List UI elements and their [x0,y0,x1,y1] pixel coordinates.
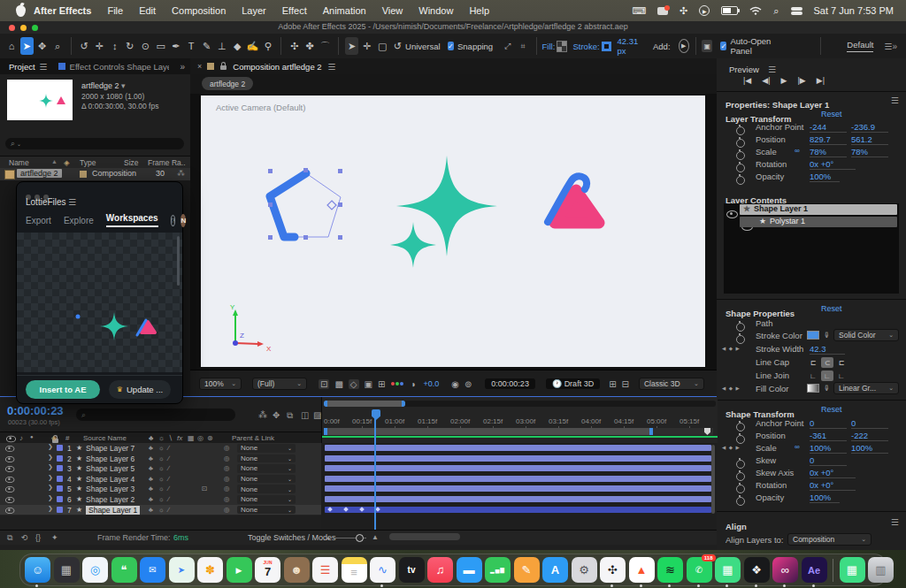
lottie-scrollbar[interactable] [177,236,180,286]
keyframe-diamond[interactable] [359,507,365,512]
comp-tab-title[interactable]: Composition artfledge 2 [233,62,321,72]
work-area-track[interactable] [324,428,713,435]
layer-eye-icon[interactable] [5,466,14,472]
dock-music-icon[interactable]: ♫ [427,557,453,583]
parent-dropdown[interactable]: None⌄ [237,454,296,463]
parent-dropdown[interactable]: None⌄ [237,506,296,515]
project-panel-menu-icon[interactable]: ☰ [40,62,48,72]
rectangle-tool-icon[interactable]: ▭ [154,37,167,55]
workspace-default[interactable]: Default [847,40,873,52]
stroke-color-swatch[interactable] [807,331,819,340]
gizmo-move-icon[interactable]: ✛ [360,37,373,55]
layer-contents-item-shape-layer[interactable]: ★Shape Layer 1 [740,204,897,215]
align-menu-icon[interactable]: ☰ [891,517,899,527]
roto-brush-tool-icon[interactable]: ✍ [246,37,259,55]
home-tool-icon[interactable]: ⌂ [4,37,18,55]
layer-bar[interactable] [325,496,711,502]
comp-canvas[interactable]: Active Camera (Default) [201,95,705,367]
snap-expand-icon[interactable]: ⤢ [501,37,514,55]
fill-swatch[interactable] [557,41,567,52]
dock-freeform-icon[interactable]: ∿ [370,557,395,583]
snapping-checkbox[interactable] [448,42,454,50]
comp-marker[interactable] [704,428,710,435]
screen-record-icon[interactable] [657,7,668,15]
eyedropper-icon[interactable]: ✑ [822,332,831,339]
sparkle-small-shape[interactable] [390,222,436,268]
anchor-point-icon[interactable]: ✤ [303,37,316,55]
tab-effect-controls[interactable]: Effect Controls Shape Layer 1 [70,62,169,72]
draft-3d-toggle[interactable]: 🕐 Draft 3D [546,378,600,389]
motion-blur-column-icon[interactable]: ◎ [197,434,203,442]
type-tool-icon[interactable]: T [185,37,198,55]
snap-frame-icon[interactable]: ⌗ [516,37,529,55]
keyframe-nav[interactable]: ◀ ◆ ▶ [722,346,741,351]
shape-transform-reset[interactable]: Reset [821,405,842,414]
frame-blend-column-icon[interactable]: ▦ [188,434,195,442]
audio-column-icon[interactable]: ♪ [19,434,23,442]
index-column[interactable]: # [65,434,69,442]
dock-apple-tv-icon[interactable]: tv [399,557,425,583]
comp-breadcrumb-chip[interactable]: artfledge 2 [202,77,253,90]
clone-stamp-tool-icon[interactable]: ⊥ [215,37,228,55]
dock-whatsapp-icon[interactable]: ✆118 [687,557,712,583]
dock-launchpad-icon[interactable]: ▦ [54,557,80,583]
show-snapshot-icon[interactable]: ⊚ [465,379,472,389]
menu-file[interactable]: File [107,5,123,16]
project-comp-name[interactable]: artfledge 2 ▾ [81,81,126,90]
dock-photos-icon[interactable]: ✽ [197,557,223,583]
time-ruler[interactable]: 0:00f 00:15f 01:00f 01:15f 02:00f 02:15f… [321,397,718,443]
timeline-timecode[interactable]: 0:00:00:23 [7,404,64,417]
preview-menu-icon[interactable]: ☰ [768,65,776,74]
layer-row-7-selected[interactable]: ❯7★Shape Layer 1♣☼∕◎None⌄ [0,505,321,516]
dock-window-app-2-icon[interactable]: ▦ [840,557,865,583]
layer-bar[interactable] [325,476,711,482]
apple-menu-icon[interactable] [16,5,26,17]
brush-tool-icon[interactable]: ✎ [200,37,213,55]
line-join-miter-button[interactable]: ∟ [807,370,819,381]
line-join-round-button[interactable]: ∟ [821,370,833,381]
playhead-handle[interactable] [372,409,380,420]
lottie-tab-workspaces[interactable]: Workspaces [106,213,158,227]
3d-column-icon[interactable]: ⊛ [207,434,213,442]
keyboard-icon[interactable]: ⌨ [632,5,646,17]
lottie-tab-export[interactable]: Export [26,216,51,225]
gizmo-rotate-icon[interactable]: ↺ [391,37,404,55]
guides-icon[interactable]: ⊞ [378,379,385,389]
dock-app-store-icon[interactable]: A [542,557,568,583]
panel-icon[interactable]: ▣ [702,40,712,52]
fill-color-swatch[interactable] [807,384,819,393]
column-frame-rate[interactable]: Frame Ra.. [148,158,186,167]
timeline-navigator-thumb[interactable] [324,401,405,407]
link-icon[interactable]: ∞ [795,443,800,451]
comp-viewer[interactable]: Active Camera (Default) [190,94,717,370]
align-layers-dropdown[interactable]: Composition⌄ [787,533,871,546]
fx-column-icon[interactable]: fx [177,434,182,442]
keyframe-nav[interactable]: ◀ ◆ ▶ [722,445,741,450]
stopwatch-icon[interactable] [736,435,745,444]
work-area-bar[interactable] [324,428,653,435]
performance-icon[interactable]: ✦ [51,533,58,542]
keyframe-nav[interactable]: ◀ ◆ ▶ [722,386,741,391]
snapshot-camera-icon[interactable]: ◉ [451,379,459,389]
dock-finder-icon[interactable]: ☺ [25,557,50,583]
lottie-menu-icon[interactable]: ☰ [68,197,76,207]
selection-tool-icon[interactable]: ➤ [20,37,34,55]
column-size[interactable]: Size [124,158,139,167]
shy-column-icon[interactable]: ♣ [149,434,153,442]
transparency-grid-icon[interactable]: ▩ [334,379,342,389]
dock-mail-icon[interactable]: ✉ [140,557,165,583]
dock-maps-icon[interactable]: ➤ [169,557,195,583]
line-join-bevel-button[interactable]: ∟ [835,370,848,381]
menu-app-name[interactable]: After Effects [34,5,91,16]
layer-bar-selected[interactable] [325,507,711,513]
dock-figma-icon[interactable]: ❖ [744,557,770,583]
control-center-icon[interactable] [791,7,802,15]
layer-bar[interactable] [325,485,711,492]
gizmo-select-icon[interactable]: ➤ [345,37,358,55]
tab-project[interactable]: Project [9,62,35,72]
color-management-icon[interactable]: ◑ [410,379,415,389]
quality-column-icon[interactable]: ∖ [168,434,173,442]
eraser-tool-icon[interactable]: ◆ [230,37,243,55]
pen-tool-icon[interactable]: ✒ [169,37,182,55]
dock-notes-icon[interactable]: ≡ [342,557,367,583]
